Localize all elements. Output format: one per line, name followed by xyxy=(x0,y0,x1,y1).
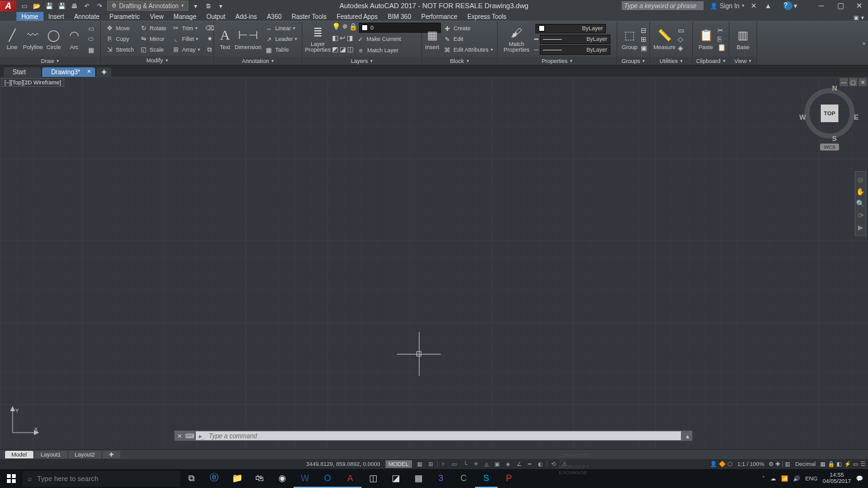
util-a-icon[interactable]: ▭ xyxy=(678,26,684,35)
signin-button[interactable]: 👤 Sign In ▾ xyxy=(705,3,750,9)
array-button[interactable]: ⊞Array▾ xyxy=(169,45,202,55)
otrack-icon[interactable]: ∠ xyxy=(515,460,523,468)
mirror-button[interactable]: ⇋Mirror xyxy=(137,34,169,44)
linetype-icon[interactable]: ┄ xyxy=(534,46,539,54)
snap-toggle-icon[interactable]: ⊞ xyxy=(426,460,435,468)
tab-output[interactable]: Output xyxy=(202,12,231,21)
gear-icon[interactable]: ⚙ xyxy=(768,461,774,467)
line-button[interactable]: ╱Line xyxy=(3,23,21,55)
coordinates-readout[interactable]: 3449.8129, 859.0892, 0.0000 xyxy=(302,461,384,467)
viewport-label[interactable]: [–][Top][2D Wireframe] xyxy=(1,78,64,87)
panel-title-clipboard[interactable]: Clipboard xyxy=(693,57,729,65)
saveas-icon[interactable]: 💾 xyxy=(57,1,67,11)
file-tab-close-icon[interactable]: ✕ xyxy=(87,69,91,74)
panel-title-layers[interactable]: Layers xyxy=(302,57,421,65)
undo-icon[interactable]: ↶ xyxy=(82,1,92,11)
trim-button[interactable]: ✂Trim▾ xyxy=(169,23,202,33)
viewport-maximize-icon[interactable]: ▢ xyxy=(849,78,857,86)
nav-zoom-icon[interactable]: 🔍 xyxy=(856,200,865,208)
annoscale-icon[interactable]: 🔶 xyxy=(719,461,726,467)
layer-b-icon[interactable]: ◪ xyxy=(340,45,346,55)
tab-a360[interactable]: A360 xyxy=(262,12,287,21)
taskview-icon[interactable]: ⧉ xyxy=(180,469,203,488)
viewport-minimize-icon[interactable]: — xyxy=(840,78,848,86)
qview-icon[interactable]: ▦ xyxy=(820,461,826,467)
3dosnap-icon[interactable]: ◈ xyxy=(504,460,513,468)
app5-icon[interactable]: C xyxy=(452,469,475,488)
group-button[interactable]: ⬚Group xyxy=(620,23,639,55)
file-tab-drawing[interactable]: Drawing3*✕ xyxy=(42,67,95,77)
layer-off-icon[interactable]: 💡 xyxy=(332,23,341,33)
rotate-button[interactable]: ↻Rotate xyxy=(137,23,169,33)
tab-rastertools[interactable]: Raster Tools xyxy=(287,12,331,21)
color-dropdown[interactable]: ByLayer xyxy=(535,24,606,33)
nav-pan-icon[interactable]: ✋ xyxy=(856,188,865,196)
tray-notifications-icon[interactable]: 💬 xyxy=(856,475,863,482)
customize-icon[interactable]: ☰ xyxy=(860,461,865,467)
compass-n[interactable]: N xyxy=(832,84,837,92)
polyline-button[interactable]: 〰Polyline xyxy=(23,23,43,55)
arc-button[interactable]: ◠Arc xyxy=(65,23,84,55)
group-edit-icon[interactable]: ⊞ xyxy=(641,35,647,43)
edit-block-button[interactable]: ✎Edit xyxy=(441,34,495,44)
tray-clock[interactable]: 14:55 04/05/2017 xyxy=(823,472,851,485)
panel-title-modify[interactable]: Modify xyxy=(101,56,214,65)
layer-iso-icon[interactable]: ◧ xyxy=(332,34,338,44)
tab-featuredapps[interactable]: Featured Apps xyxy=(331,12,382,21)
tab-home[interactable]: Home xyxy=(16,12,43,21)
tray-onedrive-icon[interactable]: ☁ xyxy=(770,475,776,482)
leader-button[interactable]: ↗Leader▾ xyxy=(263,34,299,44)
command-input[interactable]: ▸_ Type a command xyxy=(196,431,681,440)
ucs-icon[interactable]: Y X xyxy=(9,406,39,438)
drawing-viewport[interactable]: [–][Top][2D Wireframe] — ▢ ✕ Y X TOP N E… xyxy=(0,77,868,449)
move-button[interactable]: ✥Move xyxy=(103,23,136,33)
rectangle-button[interactable]: ▭ xyxy=(85,23,98,33)
group-bbox-icon[interactable]: ▣ xyxy=(641,44,647,52)
layer-prev-icon[interactable]: ↩ xyxy=(340,34,345,44)
edge-icon[interactable]: ⓔ xyxy=(203,469,226,488)
base-view-button[interactable]: ▥Base xyxy=(732,23,754,55)
cmd-recent-icon[interactable]: ⌨ xyxy=(185,433,195,440)
fillet-button[interactable]: ◟Fillet▾ xyxy=(169,34,202,44)
app1-icon[interactable]: ◫ xyxy=(362,469,384,488)
transparency-icon[interactable]: ◐ xyxy=(536,460,545,468)
help-icon[interactable]: ? xyxy=(784,1,792,10)
text-button[interactable]: AText xyxy=(217,23,233,55)
tab-annotate[interactable]: Annotate xyxy=(69,12,105,21)
word-icon[interactable]: W xyxy=(294,469,316,488)
open-icon[interactable]: 📂 xyxy=(31,1,42,11)
cmd-expand-icon[interactable]: ▴ xyxy=(682,433,692,440)
tab-manage[interactable]: Manage xyxy=(169,12,202,21)
ribbon-toggle-icon[interactable]: ▣ ▾ xyxy=(850,14,868,21)
layout-tab-1[interactable]: Layout1 xyxy=(35,451,67,458)
powerpoint-icon[interactable]: P xyxy=(498,469,520,488)
util-b-icon[interactable]: ◇ xyxy=(678,35,684,43)
skype-icon[interactable]: S xyxy=(475,469,498,488)
tray-network-icon[interactable]: 📶 xyxy=(781,475,788,482)
save-icon[interactable]: 💾 xyxy=(44,1,54,11)
app2-icon[interactable]: ◪ xyxy=(384,469,407,488)
layout-tab-2[interactable]: Layout2 xyxy=(69,451,101,458)
new-icon[interactable]: ▭ xyxy=(19,1,29,11)
linear-button[interactable]: ↔Linear▾ xyxy=(263,23,299,33)
infer-icon[interactable]: ⊦ xyxy=(440,460,448,468)
panel-title-utilities[interactable]: Utilities xyxy=(650,57,692,65)
viewport-close-icon[interactable]: ✕ xyxy=(859,78,867,86)
grid-toggle-icon[interactable]: ▦ xyxy=(416,460,425,468)
layer-properties-button[interactable]: ≣LayerProperties xyxy=(305,23,331,55)
quickprops-icon[interactable]: 👤 xyxy=(710,461,717,467)
tab-view[interactable]: View xyxy=(145,12,169,21)
workspace-icon[interactable]: ▥ xyxy=(785,461,791,467)
file-tab-start[interactable]: Start xyxy=(4,67,41,77)
tab-bim360[interactable]: BIM 360 xyxy=(383,12,416,21)
scale-dropdown[interactable]: 1:1 / 100% xyxy=(734,461,767,467)
layout-tab-model[interactable]: Model xyxy=(5,451,33,458)
lock-ui-icon[interactable]: 🔒 xyxy=(828,461,835,467)
make-current-button[interactable]: ✓Make Current xyxy=(354,34,403,44)
measure-button[interactable]: 📏Measure xyxy=(653,23,677,55)
outlook-icon[interactable]: O xyxy=(316,469,339,488)
dynamic-input-icon[interactable]: ▭ xyxy=(450,460,459,468)
exchange-icon[interactable]: ✕ xyxy=(751,2,763,10)
hardware-accel-icon[interactable]: ⚡ xyxy=(844,461,851,467)
autocad-icon[interactable]: A xyxy=(339,469,362,488)
